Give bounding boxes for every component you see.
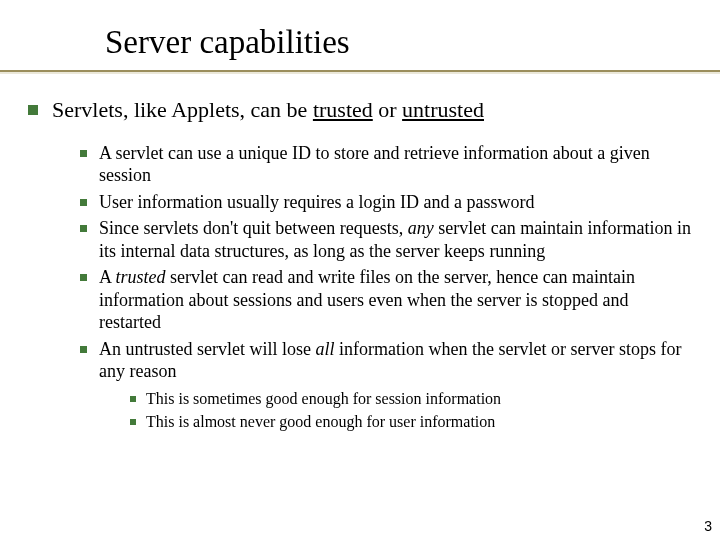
square-bullet-icon <box>80 150 87 157</box>
underlined-word: trusted <box>313 97 373 122</box>
square-bullet-icon <box>130 419 136 425</box>
title-underline-shadow <box>0 72 720 74</box>
bullet-level2: User information usually requires a logi… <box>80 191 692 214</box>
page-number: 3 <box>704 518 712 534</box>
level2-list: A servlet can use a unique ID to store a… <box>80 142 692 432</box>
slide-title: Server capabilities <box>105 24 350 61</box>
level1-text: Servlets, like Applets, can be trusted o… <box>52 96 484 124</box>
level3-list: This is sometimes good enough for sessio… <box>130 389 692 432</box>
italic-word: trusted <box>116 267 166 287</box>
level2-text: User information usually requires a logi… <box>99 191 534 214</box>
slide-body: Servlets, like Applets, can be trusted o… <box>28 96 692 435</box>
text-segment: An untrusted servlet will lose <box>99 339 315 359</box>
square-bullet-icon <box>80 199 87 206</box>
level2-text: An untrusted servlet will lose all infor… <box>99 338 692 383</box>
bullet-level2: A servlet can use a unique ID to store a… <box>80 142 692 187</box>
italic-word: all <box>315 339 334 359</box>
text-segment: A <box>99 267 116 287</box>
square-bullet-icon <box>80 274 87 281</box>
square-bullet-icon <box>28 105 38 115</box>
level2-text: A servlet can use a unique ID to store a… <box>99 142 692 187</box>
italic-word: any <box>408 218 434 238</box>
underlined-word: untrusted <box>402 97 484 122</box>
level2-text: Since servlets don't quit between reques… <box>99 217 692 262</box>
level2-text: A trusted servlet can read and write fil… <box>99 266 692 334</box>
square-bullet-icon <box>80 225 87 232</box>
level3-text: This is almost never good enough for use… <box>146 412 495 432</box>
bullet-level2: An untrusted servlet will lose all infor… <box>80 338 692 383</box>
square-bullet-icon <box>80 346 87 353</box>
level3-text: This is sometimes good enough for sessio… <box>146 389 501 409</box>
bullet-level1: Servlets, like Applets, can be trusted o… <box>28 96 692 124</box>
bullet-level2: Since servlets don't quit between reques… <box>80 217 692 262</box>
text-segment: servlet can read and write files on the … <box>99 267 635 332</box>
square-bullet-icon <box>130 396 136 402</box>
text-segment: or <box>373 97 402 122</box>
bullet-level3: This is almost never good enough for use… <box>130 412 692 432</box>
bullet-level2: A trusted servlet can read and write fil… <box>80 266 692 334</box>
text-segment: Servlets, like Applets, can be <box>52 97 313 122</box>
bullet-level3: This is sometimes good enough for sessio… <box>130 389 692 409</box>
text-segment: Since servlets don't quit between reques… <box>99 218 408 238</box>
